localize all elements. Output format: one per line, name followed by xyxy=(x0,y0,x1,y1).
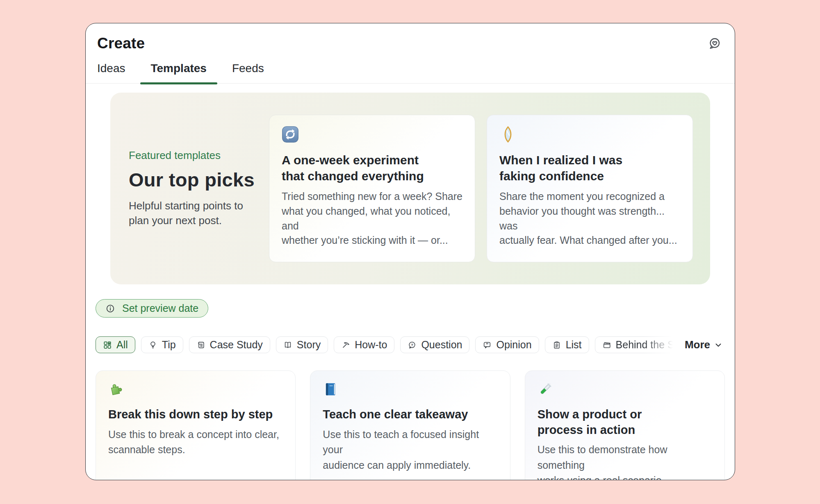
filter-chip-case-study[interactable]: Case Study xyxy=(189,336,270,353)
filter-chip-label: Behind the Scenes xyxy=(616,339,676,351)
template-card-description: Use this to demonstrate how something wo… xyxy=(538,442,712,480)
template-card-title: Show a product or process in action xyxy=(538,407,712,438)
tab-ideas[interactable]: Ideas xyxy=(97,62,125,83)
template-card-description: Use this to teach a focused insight your… xyxy=(323,427,497,473)
filter-chip-label: Question xyxy=(421,339,462,351)
question-bubble-icon: ? xyxy=(408,341,417,350)
featured-template-card-experiment[interactable]: A one-week experiment that changed every… xyxy=(269,115,475,262)
featured-card-title: A one-week experiment that changed every… xyxy=(282,152,462,184)
chat-heart-icon xyxy=(708,36,722,50)
create-panel: Create Ideas Templates Feeds Featured te… xyxy=(85,23,735,480)
lightbulb-icon xyxy=(148,341,157,350)
filter-chip-label: Story xyxy=(297,339,321,351)
featured-subtitle: Helpful starting points to plan your nex… xyxy=(129,198,264,228)
filter-chip-list[interactable]: List xyxy=(545,336,589,353)
template-card-title: Break this down step by step xyxy=(108,407,283,422)
filter-chip-label: All xyxy=(116,339,128,351)
featured-card-description: Tried something new for a week? Share wh… xyxy=(282,189,462,248)
info-icon xyxy=(105,304,115,313)
test-tube-emoji-icon xyxy=(538,381,553,397)
chevron-down-icon xyxy=(713,340,723,350)
filter-chip-story[interactable]: Story xyxy=(276,336,328,353)
filter-chip-behind-the-scenes[interactable]: Behind the Scenes xyxy=(595,336,676,353)
filter-chip-all[interactable]: All xyxy=(96,336,135,353)
template-card-title: Teach one clear takeaway xyxy=(323,407,497,422)
more-filters-button[interactable]: More xyxy=(685,338,725,351)
set-preview-date-label: Set preview date xyxy=(122,302,198,314)
quote-bubble-icon: ” xyxy=(483,341,492,350)
filter-chip-label: How-to xyxy=(355,339,387,351)
clipboard-icon xyxy=(552,341,561,350)
filter-chip-question[interactable]: ? Question xyxy=(400,336,469,353)
template-card-description: Use this to break a concept into clear, … xyxy=(108,427,283,458)
tab-templates[interactable]: Templates xyxy=(151,62,207,83)
clapperboard-icon xyxy=(602,341,611,350)
open-book-icon xyxy=(283,341,292,350)
featured-card-description: Share the moment you recognized a behavi… xyxy=(499,189,680,248)
template-grid: Break this down step by step Use this to… xyxy=(96,370,725,480)
mirror-emoji-icon xyxy=(499,126,517,143)
book-emoji-icon xyxy=(323,381,338,397)
pickaxe-icon xyxy=(341,341,350,350)
puzzle-emoji-icon xyxy=(108,381,124,397)
featured-card-title: When I realized I was faking confidence xyxy=(499,152,680,184)
filter-chip-label: Case Study xyxy=(210,339,263,351)
featured-template-card-confidence[interactable]: When I realized I was faking confidence … xyxy=(487,115,693,262)
filter-chip-label: Opinion xyxy=(496,339,531,351)
svg-text:”: ” xyxy=(486,341,488,347)
template-card-takeaway[interactable]: Teach one clear takeaway Use this to tea… xyxy=(310,370,510,480)
page-background: { "header": { "title": "Create" }, "tabs… xyxy=(0,0,820,504)
feedback-button[interactable] xyxy=(708,36,722,51)
svg-text:?: ? xyxy=(411,343,414,347)
page-title: Create xyxy=(97,35,145,52)
featured-title: Our top picks xyxy=(129,168,264,191)
repeat-emoji-icon xyxy=(282,126,299,143)
featured-eyebrow: Featured templates xyxy=(129,149,264,162)
featured-banner: Featured templates Our top picks Helpful… xyxy=(110,93,710,284)
filter-chip-how-to[interactable]: How-to xyxy=(334,336,394,353)
set-preview-date-button[interactable]: Set preview date xyxy=(96,299,208,318)
filter-chip-label: Tip xyxy=(162,339,176,351)
tab-feeds[interactable]: Feeds xyxy=(232,62,264,83)
scroll-icon xyxy=(196,341,205,350)
filter-chip-tip[interactable]: Tip xyxy=(141,336,183,353)
filter-chip-label: List xyxy=(566,339,582,351)
filter-chip-opinion[interactable]: ” Opinion xyxy=(475,336,539,353)
featured-intro: Featured templates Our top picks Helpful… xyxy=(129,149,264,228)
tab-bar: Ideas Templates Feeds xyxy=(86,62,735,84)
template-card-step-by-step[interactable]: Break this down step by step Use this to… xyxy=(96,370,296,480)
header: Create xyxy=(86,23,735,52)
filter-bar: All Tip Case Study Story xyxy=(96,336,725,353)
filter-chip-behind-the-scenes-clipped: Behind the Scenes xyxy=(595,336,676,353)
featured-cards: A one-week experiment that changed every… xyxy=(269,115,693,262)
more-filters-label: More xyxy=(685,338,710,351)
grid-icon xyxy=(103,341,112,350)
template-card-product-in-action[interactable]: Show a product or process in action Use … xyxy=(525,370,725,480)
